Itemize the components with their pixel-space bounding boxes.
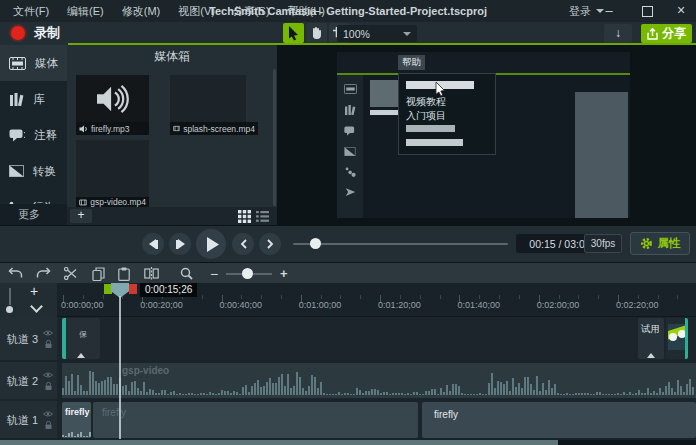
- grid-view-button[interactable]: [238, 210, 251, 223]
- speech-bubble-icon: [9, 129, 25, 142]
- pan-tool-button[interactable]: [306, 23, 327, 43]
- playback-bar: 00:15 / 03:04 30fps 属性: [0, 225, 696, 262]
- play-icon: [206, 237, 219, 252]
- media-item-label[interactable]: gsp-video.mp4: [76, 197, 149, 207]
- ruler-tick: [638, 295, 639, 299]
- lock-icon[interactable]: [44, 381, 53, 390]
- eye-icon[interactable]: [43, 329, 53, 336]
- share-button[interactable]: 分享: [641, 24, 692, 43]
- playhead-in-marker[interactable]: [104, 284, 112, 294]
- ruler-tick: [677, 295, 678, 299]
- next-clip-button[interactable]: [259, 233, 281, 255]
- media-item-label[interactable]: firefly.mp3: [76, 122, 149, 135]
- timeline-scrollbar[interactable]: [0, 440, 696, 445]
- lock-icon[interactable]: [44, 339, 53, 348]
- cut-button[interactable]: [64, 267, 78, 280]
- seek-slider-handle[interactable]: [310, 238, 321, 249]
- clip-trial[interactable]: 试用: [638, 318, 664, 359]
- sidebar-more-button[interactable]: 更多: [0, 204, 67, 225]
- list-view-button[interactable]: [256, 211, 269, 222]
- ruler-tick: [499, 295, 500, 299]
- clip-visual-effect[interactable]: [666, 318, 688, 359]
- clip-label: 试用: [641, 323, 660, 336]
- speaker-icon: [95, 83, 131, 115]
- sidebar-item-media[interactable]: 媒体: [0, 45, 67, 81]
- cursor-tool-button[interactable]: [283, 23, 304, 43]
- minimize-button[interactable]: –: [598, 0, 620, 22]
- track-height-slider[interactable]: [9, 288, 11, 305]
- timeline-scrollbar-thumb[interactable]: [0, 440, 558, 445]
- ruler-tick: [321, 295, 322, 299]
- menu-modify[interactable]: 修改(M): [113, 0, 170, 22]
- hand-icon: [310, 26, 323, 40]
- playhead-line[interactable]: [119, 296, 121, 439]
- play-button[interactable]: [196, 229, 226, 259]
- menu-edit[interactable]: 编辑(E): [58, 0, 113, 22]
- track-height-slider-handle[interactable]: [6, 306, 13, 313]
- ruler-tick: [578, 295, 579, 299]
- clip-firefly-1[interactable]: firefly: [62, 402, 91, 438]
- ruler-tick: [519, 295, 520, 299]
- previous-frame-button[interactable]: [142, 233, 164, 255]
- sidebar-item-transitions[interactable]: 转换: [0, 153, 67, 189]
- next-frame-button[interactable]: [169, 233, 191, 255]
- chevron-down-icon[interactable]: [30, 300, 43, 313]
- fade-marker-icon: [647, 353, 655, 358]
- timeline-zoom-slider-handle[interactable]: [242, 268, 253, 279]
- sidebar-item-library[interactable]: 库: [0, 81, 67, 117]
- maximize-button[interactable]: [636, 0, 658, 22]
- share-icon: [647, 28, 658, 40]
- clip-firefly-3[interactable]: firefly: [422, 402, 696, 438]
- clip-label: firefly: [434, 409, 458, 420]
- close-button[interactable]: ×: [670, 0, 692, 22]
- login-label: 登录: [569, 0, 591, 22]
- video-mini-sidebar: [337, 75, 363, 218]
- media-bin-scrollbar[interactable]: [273, 69, 276, 206]
- undo-button[interactable]: [8, 267, 23, 279]
- sidebar-item-label: 转换: [33, 164, 56, 179]
- video-icon: [79, 199, 87, 206]
- track-3-lane[interactable]: [57, 317, 696, 360]
- seek-slider[interactable]: [293, 243, 508, 245]
- menu-file[interactable]: 文件(F): [4, 0, 58, 22]
- record-button[interactable]: 录制: [9, 24, 60, 42]
- add-media-button[interactable]: +: [70, 209, 92, 223]
- clip-firefly-2[interactable]: firefly: [93, 402, 418, 438]
- copy-button[interactable]: [92, 267, 105, 281]
- lock-icon[interactable]: [44, 420, 53, 429]
- download-button[interactable]: ↓: [604, 24, 632, 43]
- media-thumbnail-gsp[interactable]: [76, 140, 149, 197]
- paste-button[interactable]: [118, 267, 130, 281]
- redo-button[interactable]: [36, 267, 51, 279]
- audio-waveform: [62, 369, 696, 395]
- canvas-zoom-select[interactable]: 100%: [337, 25, 417, 42]
- video-right-panel: [575, 92, 628, 218]
- clip-art: [668, 324, 686, 350]
- clip-annotation-small[interactable]: 保: [62, 318, 100, 359]
- clip-gsp-video[interactable]: gsp-video: [62, 363, 696, 398]
- split-button[interactable]: [144, 267, 159, 280]
- previous-clip-button[interactable]: [232, 233, 254, 255]
- cursor-icon: [288, 26, 299, 41]
- ruler-tick: [400, 295, 401, 299]
- library-icon: [9, 93, 24, 106]
- media-thumbnail-firefly[interactable]: [76, 75, 149, 122]
- media-bin: 媒体箱 firefly.mp3 splash-screen.mp4 gsp-vi…: [67, 45, 277, 225]
- media-item-label[interactable]: splash-screen.mp4: [170, 122, 258, 135]
- chevron-right-icon: [267, 239, 274, 249]
- ruler-tick: [420, 295, 421, 299]
- audio-waveform: [62, 429, 91, 437]
- eye-icon[interactable]: [43, 410, 53, 417]
- playhead-out-marker[interactable]: [129, 284, 137, 294]
- eye-icon[interactable]: [43, 371, 53, 378]
- timeline-corner: +: [0, 283, 57, 317]
- media-thumbnail-splash[interactable]: [170, 75, 246, 122]
- timeline-zoom-in-button[interactable]: +: [280, 266, 288, 281]
- properties-button[interactable]: 属性: [630, 232, 690, 255]
- timeline-toolbar: − +: [0, 262, 696, 283]
- ruler-tick: [559, 295, 560, 299]
- timeline-zoom-out-button[interactable]: −: [210, 266, 218, 282]
- properties-label: 属性: [658, 236, 681, 251]
- sidebar-item-annotations[interactable]: 注释: [0, 117, 67, 153]
- add-track-button[interactable]: +: [30, 283, 38, 299]
